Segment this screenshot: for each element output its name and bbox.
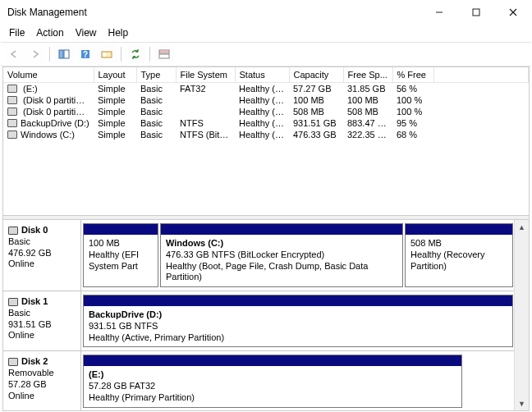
- col-blank[interactable]: [433, 67, 529, 83]
- partition-stripe: [84, 295, 512, 306]
- disk-icon: [8, 227, 18, 235]
- volume-icon: [7, 108, 17, 116]
- partition-status: Healthy (Active, Primary Partition): [89, 332, 507, 344]
- disk-row: Disk 0Basic476.92 GBOnline100 MBHealthy …: [3, 220, 515, 291]
- close-button[interactable]: [494, 1, 531, 24]
- partition-size: 476.33 GB NTFS (BitLocker Encrypted): [166, 249, 397, 261]
- disk-icon: [8, 358, 18, 366]
- svg-rect-12: [159, 54, 169, 58]
- col-fs[interactable]: File System: [176, 67, 235, 83]
- show-hide-button[interactable]: [54, 45, 74, 63]
- window-title: Disk Management: [7, 7, 420, 18]
- partition-name: Windows (C:): [166, 238, 397, 249]
- refresh-button[interactable]: [126, 45, 145, 63]
- partition-name: (E:): [89, 369, 456, 381]
- volume-icon: [7, 96, 17, 104]
- toolbar: ?: [1, 42, 531, 66]
- minimize-button[interactable]: [420, 1, 457, 24]
- svg-rect-4: [59, 50, 63, 58]
- volume-icon: [7, 85, 17, 93]
- volume-list-pane[interactable]: Volume Layout Type File System Status Ca…: [3, 67, 529, 215]
- col-capacity[interactable]: Capacity: [289, 67, 343, 83]
- partition[interactable]: (E:)57.28 GB FAT32Healthy (Primary Parti…: [83, 355, 462, 407]
- col-layout[interactable]: Layout: [94, 67, 136, 83]
- volume-table: Volume Layout Type File System Status Ca…: [3, 67, 529, 140]
- separator: [149, 47, 150, 62]
- disk-info[interactable]: Disk 2Removable57.28 GBOnline: [3, 351, 81, 410]
- settings-button[interactable]: [97, 45, 117, 63]
- volume-row[interactable]: (Disk 0 partition 4)SimpleBasicHealthy (…: [3, 106, 529, 117]
- partition-status: Healthy (EFI System Part: [89, 249, 153, 272]
- menu-action[interactable]: Action: [31, 25, 68, 40]
- svg-rect-1: [473, 9, 479, 16]
- partition-stripe: [84, 224, 158, 235]
- svg-rect-9: [103, 53, 106, 57]
- disk-partitions: (E:)57.28 GB FAT32Healthy (Primary Parti…: [81, 351, 515, 410]
- menu-view[interactable]: View: [71, 25, 102, 40]
- col-pct[interactable]: % Free: [392, 67, 433, 83]
- partition[interactable]: Windows (C:)476.33 GB NTFS (BitLocker En…: [160, 223, 403, 287]
- partition-stripe: [161, 224, 402, 235]
- disk-graphic-pane[interactable]: Disk 0Basic476.92 GBOnline100 MBHealthy …: [3, 220, 529, 410]
- list-top-button[interactable]: [154, 45, 174, 63]
- help-button[interactable]: ?: [76, 45, 95, 63]
- partition[interactable]: 508 MBHealthy (Recovery Partition): [405, 223, 513, 287]
- menubar: File Action View Help: [1, 24, 531, 42]
- separator: [121, 47, 122, 62]
- col-volume[interactable]: Volume: [3, 67, 94, 83]
- volume-row[interactable]: Windows (C:)SimpleBasicNTFS (BitLo...Hea…: [3, 129, 529, 140]
- svg-text:?: ?: [83, 50, 88, 59]
- back-button[interactable]: [4, 45, 24, 63]
- partition-status: Healthy (Recovery Partition): [410, 249, 507, 272]
- maximize-button[interactable]: [457, 1, 494, 24]
- volume-row[interactable]: BackupDrive (D:)SimpleBasicNTFSHealthy (…: [3, 117, 529, 129]
- partition-status: Healthy (Boot, Page File, Crash Dump, Ba…: [166, 261, 397, 284]
- partition-stripe: [406, 224, 512, 235]
- disk-row: Disk 2Removable57.28 GBOnline (E:)57.28 …: [3, 351, 515, 410]
- disk-partitions: 100 MBHealthy (EFI System PartWindows (C…: [81, 220, 515, 291]
- svg-rect-5: [64, 50, 69, 58]
- scroll-down-button[interactable]: ▼: [515, 396, 529, 410]
- disk-info[interactable]: Disk 1Basic931.51 GBOnline: [3, 291, 81, 350]
- disk-icon: [8, 298, 18, 306]
- col-type[interactable]: Type: [136, 67, 176, 83]
- partition-status: Healthy (Primary Partition): [89, 392, 456, 404]
- partition[interactable]: BackupDrive (D:)931.51 GB NTFSHealthy (A…: [83, 295, 513, 347]
- col-free[interactable]: Free Sp...: [343, 67, 392, 83]
- separator: [49, 47, 50, 62]
- partition-size: 100 MB: [89, 238, 153, 249]
- forward-button[interactable]: [25, 45, 45, 63]
- menu-file[interactable]: File: [4, 25, 30, 40]
- titlebar: Disk Management: [1, 1, 531, 24]
- partition-name: BackupDrive (D:): [89, 309, 507, 321]
- disk-row: Disk 1Basic931.51 GBOnlineBackupDrive (D…: [3, 291, 515, 351]
- scroll-up-button[interactable]: ▲: [515, 220, 529, 234]
- disk-partitions: BackupDrive (D:)931.51 GB NTFSHealthy (A…: [81, 291, 515, 350]
- disk-info[interactable]: Disk 0Basic476.92 GBOnline: [3, 220, 81, 291]
- volume-icon: [7, 130, 17, 139]
- menu-help[interactable]: Help: [103, 25, 134, 40]
- volume-row[interactable]: (E:)SimpleBasicFAT32Healthy (P...57.27 G…: [3, 83, 529, 95]
- partition-size: 508 MB: [410, 238, 507, 249]
- vertical-scrollbar[interactable]: ▲ ▼: [514, 220, 529, 410]
- partition-stripe: [84, 355, 461, 366]
- partition-size: 931.51 GB NTFS: [89, 321, 507, 332]
- partition[interactable]: 100 MBHealthy (EFI System Part: [83, 223, 158, 287]
- column-headers[interactable]: Volume Layout Type File System Status Ca…: [3, 67, 529, 83]
- col-status[interactable]: Status: [235, 67, 289, 83]
- partition-size: 57.28 GB FAT32: [89, 381, 456, 392]
- volume-icon: [7, 119, 17, 127]
- volume-row[interactable]: (Disk 0 partition 1)SimpleBasicHealthy (…: [3, 94, 529, 106]
